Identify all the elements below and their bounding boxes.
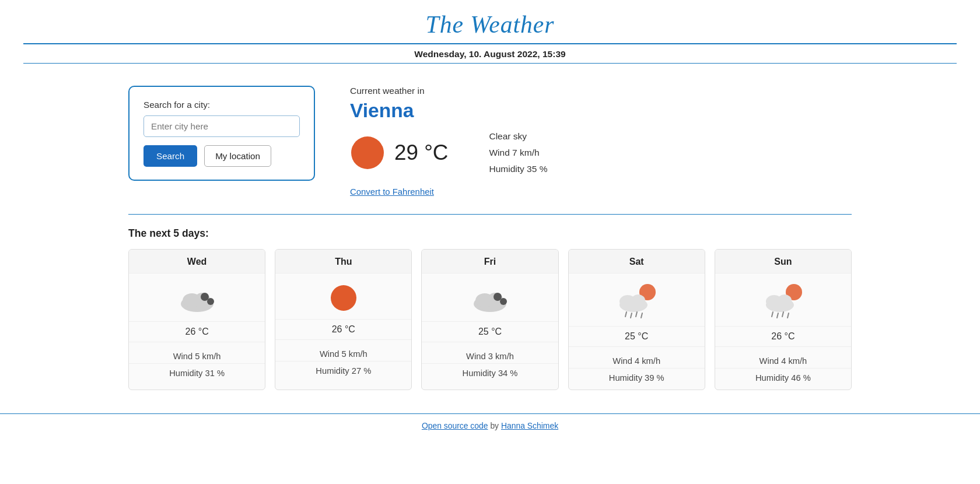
current-sun-icon xyxy=(350,135,385,170)
forecast-icon-area xyxy=(569,273,705,326)
forecast-rain-sun-icon xyxy=(616,284,657,319)
forecast-rain-sun-icon xyxy=(762,284,803,319)
svg-point-6 xyxy=(331,285,356,311)
forecast-temp: 25 °C xyxy=(422,321,558,342)
svg-line-24 xyxy=(772,312,773,317)
svg-point-23 xyxy=(778,294,792,306)
forecast-temp: 26 °C xyxy=(275,319,411,340)
forecast-day: Fri xyxy=(422,250,558,273)
svg-point-15 xyxy=(631,294,645,306)
forecast-wind: Wind 5 km/h xyxy=(129,348,265,364)
svg-line-19 xyxy=(641,313,642,318)
footer-by-text: by xyxy=(490,421,501,430)
current-temp: 29 °C xyxy=(394,141,448,165)
city-input[interactable] xyxy=(144,115,300,137)
current-humidity: Humidity 35 % xyxy=(489,164,547,174)
forecast-icon-area xyxy=(715,273,851,326)
current-wind: Wind 7 km/h xyxy=(489,148,547,158)
open-source-link[interactable]: Open source code xyxy=(422,421,488,430)
forecast-humidity: Humidity 27 % xyxy=(275,362,411,376)
current-condition: Clear sky xyxy=(489,131,547,142)
forecast-icon-area xyxy=(129,273,265,321)
forecast-card: Fri 25 °C Wind 3 km/h Humidity 34 % xyxy=(421,249,558,390)
search-buttons: Search My location xyxy=(144,145,300,167)
my-location-button[interactable]: My location xyxy=(204,145,271,167)
forecast-temp: 25 °C xyxy=(569,326,705,347)
forecast-humidity: Humidity 31 % xyxy=(129,364,265,378)
current-details: Clear sky Wind 7 km/h Humidity 35 % xyxy=(489,131,547,174)
forecast-grid: Wed 26 °C Wind 5 km/h Humidity 31 % Thu … xyxy=(128,249,852,390)
forecast-day: Wed xyxy=(129,250,265,273)
forecast-humidity: Humidity 39 % xyxy=(569,369,705,383)
author-link[interactable]: Hanna Schimek xyxy=(501,421,558,430)
svg-line-16 xyxy=(625,312,626,317)
forecast-day: Sat xyxy=(569,250,705,273)
forecast-sun-icon xyxy=(330,284,358,312)
forecast-wind: Wind 3 km/h xyxy=(422,348,558,364)
forecast-card: Wed 26 °C Wind 5 km/h Humidity 31 % xyxy=(128,249,265,390)
search-box: Search for a city: Search My location xyxy=(128,86,315,181)
svg-line-17 xyxy=(631,313,632,318)
current-temp-row: 29 °C xyxy=(350,135,448,170)
forecast-card: Sun 26 °C Wind 4 km/h Humidity 46 % xyxy=(715,249,852,390)
current-weather-panel: Current weather in Vienna 29 °C Clear sk… xyxy=(350,86,852,197)
svg-line-26 xyxy=(782,312,783,317)
city-name: Vienna xyxy=(350,100,852,122)
search-label: Search for a city: xyxy=(144,100,300,110)
current-main: 29 °C Clear sky Wind 7 km/h Humidity 35 … xyxy=(350,131,852,174)
forecast-icon-area xyxy=(275,273,411,319)
forecast-wind: Wind 5 km/h xyxy=(275,346,411,362)
svg-line-27 xyxy=(788,313,789,318)
datetime-display: Wednesday, 10. August 2022, 15:39 xyxy=(23,44,957,64)
forecast-day: Sun xyxy=(715,250,851,273)
forecast-humidity: Humidity 34 % xyxy=(422,364,558,378)
svg-point-5 xyxy=(207,298,214,305)
svg-line-18 xyxy=(636,312,637,317)
forecast-label: The next 5 days: xyxy=(128,227,852,240)
main-content: Search for a city: Search My location Cu… xyxy=(82,68,898,396)
forecast-cloud-dark-icon xyxy=(177,284,218,314)
footer: Open source code by Hanna Schimek xyxy=(0,413,980,441)
svg-line-25 xyxy=(777,313,778,318)
forecast-icon-area xyxy=(422,273,558,321)
forecast-wind: Wind 4 km/h xyxy=(715,353,851,369)
section-divider xyxy=(128,214,852,215)
top-section: Search for a city: Search My location Cu… xyxy=(128,86,852,197)
forecast-card: Thu 26 °C Wind 5 km/h Humidity 27 % xyxy=(275,249,412,390)
current-weather-label: Current weather in xyxy=(350,86,852,96)
forecast-card: Sat 25 °C Wind 4 km/h Humidity 39 % xyxy=(568,249,705,390)
svg-point-0 xyxy=(351,136,384,169)
forecast-cloud-dark-icon xyxy=(470,284,510,314)
search-button[interactable]: Search xyxy=(144,145,197,167)
app-title: The Weather xyxy=(0,10,980,38)
app-header: The Weather Wednesday, 10. August 2022, … xyxy=(0,0,980,68)
svg-point-11 xyxy=(500,298,507,305)
forecast-day: Thu xyxy=(275,250,411,273)
forecast-humidity: Humidity 46 % xyxy=(715,369,851,383)
forecast-wind: Wind 4 km/h xyxy=(569,353,705,369)
convert-link[interactable]: Convert to Fahrenheit xyxy=(350,187,852,197)
forecast-temp: 26 °C xyxy=(715,326,851,347)
forecast-temp: 26 °C xyxy=(129,321,265,342)
